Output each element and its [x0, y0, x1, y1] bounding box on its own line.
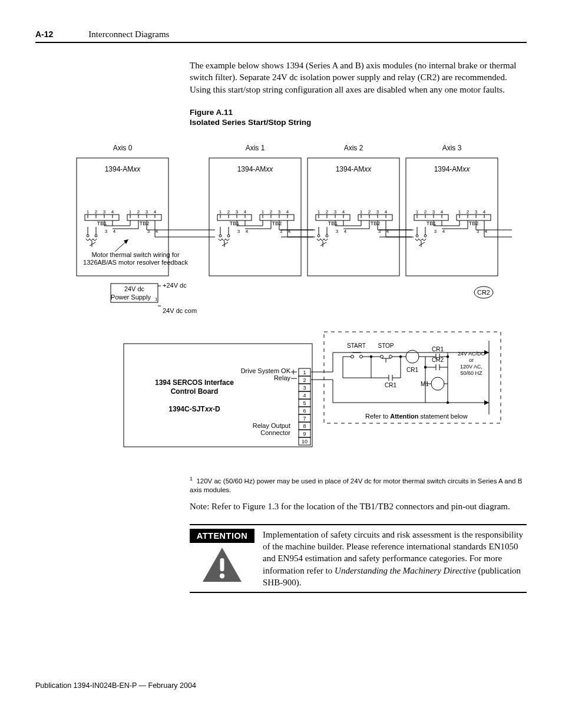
svg-text:8: 8 [303, 423, 306, 429]
svg-text:TB2: TB2 [469, 220, 479, 226]
svg-text:Axis 1: Axis 1 [246, 144, 265, 152]
svg-text:4: 4 [342, 209, 345, 215]
svg-text:Motor thermal switch wiring fo: Motor thermal switch wiring for [91, 251, 179, 258]
svg-text:1394 SERCOS Interface: 1394 SERCOS Interface [155, 378, 234, 387]
note-paragraph: Note: Refer to Figure 1.3 for the locati… [190, 500, 527, 512]
svg-rect-11 [85, 215, 119, 220]
svg-text:3: 3 [432, 209, 435, 215]
svg-text:4: 4 [385, 209, 388, 215]
svg-text:Relay Output: Relay Output [253, 422, 290, 429]
svg-text:4: 4 [156, 229, 158, 234]
figure-diagram: Axis 01394-AMxx1234TB11234TB23434 Axis 1… [35, 137, 527, 470]
svg-text:1: 1 [458, 209, 461, 215]
svg-text:4: 4 [344, 229, 347, 234]
attention-block: ATTENTION Implementation of safety circu… [190, 529, 527, 588]
svg-text:9: 9 [303, 431, 306, 437]
svg-text:3: 3 [475, 209, 478, 215]
svg-text:2: 2 [303, 377, 306, 383]
svg-text:3: 3 [278, 209, 281, 215]
svg-text:TB2: TB2 [371, 220, 381, 226]
svg-text:3: 3 [147, 229, 150, 234]
svg-text:4: 4 [288, 229, 291, 234]
svg-text:TB2: TB2 [140, 220, 150, 226]
svg-point-230 [351, 355, 354, 358]
svg-line-161 [419, 242, 425, 246]
svg-text:CR1: CR1 [385, 382, 396, 388]
footnote: 1 120V ac (50/60 Hz) power may be used i… [190, 476, 527, 495]
svg-text:24V dc: 24V dc [124, 285, 145, 292]
svg-marker-227 [484, 400, 489, 405]
svg-text:3: 3 [237, 229, 240, 234]
svg-text:4: 4 [483, 209, 486, 215]
svg-text:3: 3 [146, 209, 148, 215]
svg-text:4: 4 [303, 393, 306, 398]
svg-text:Control Board: Control Board [171, 387, 219, 396]
attention-text: Implementation of safety circuits and ri… [263, 529, 527, 588]
svg-rect-64 [260, 215, 294, 220]
svg-point-242 [406, 350, 419, 363]
svg-text:1: 1 [129, 209, 132, 215]
warning-icon [201, 546, 243, 583]
svg-text:3: 3 [236, 209, 239, 215]
svg-text:4: 4 [485, 229, 488, 234]
section-title: Interconnect Diagrams [88, 29, 169, 39]
svg-point-285 [220, 574, 224, 578]
svg-rect-150 [457, 215, 491, 220]
attention-rule-top [190, 524, 527, 525]
svg-text:Connector: Connector [260, 429, 290, 436]
svg-rect-140 [414, 215, 448, 220]
svg-text:1394C-SJTxx-D: 1394C-SJTxx-D [168, 405, 220, 413]
svg-text:START: START [347, 342, 366, 349]
svg-text:24V dc com: 24V dc com [163, 307, 197, 314]
svg-text:1: 1 [360, 209, 363, 215]
svg-point-236 [381, 355, 384, 358]
svg-line-32 [90, 242, 95, 246]
svg-text:or: or [469, 357, 474, 363]
svg-text:+24V dc: +24V dc [163, 282, 187, 289]
svg-text:Relay: Relay [274, 374, 291, 381]
svg-text:3: 3 [303, 385, 306, 391]
svg-text:1: 1 [318, 209, 320, 215]
svg-point-231 [360, 355, 363, 358]
svg-text:1394-AMxx: 1394-AMxx [237, 165, 274, 173]
svg-text:1: 1 [155, 297, 158, 302]
svg-text:1394-AMxx: 1394-AMxx [105, 165, 141, 173]
svg-text:7: 7 [303, 416, 306, 421]
svg-text:1394-AMxx: 1394-AMxx [336, 165, 372, 173]
svg-point-158 [416, 235, 418, 237]
svg-text:TB2: TB2 [272, 220, 282, 226]
svg-text:1: 1 [303, 370, 306, 375]
svg-point-237 [389, 355, 392, 358]
svg-text:3: 3 [477, 229, 480, 234]
svg-text:STOP: STOP [378, 342, 394, 349]
svg-text:3: 3 [376, 209, 379, 215]
svg-point-72 [219, 235, 222, 237]
svg-text:3: 3 [105, 229, 108, 234]
svg-point-262 [447, 355, 449, 358]
publication-line: Publication 1394-IN024B-EN-P — February … [35, 681, 527, 690]
svg-text:1: 1 [416, 209, 419, 215]
svg-text:2: 2 [137, 209, 140, 215]
svg-text:4: 4 [386, 229, 389, 234]
svg-rect-54 [217, 215, 252, 220]
svg-point-264 [424, 366, 427, 368]
svg-point-116 [326, 235, 328, 237]
svg-text:4: 4 [244, 209, 247, 215]
svg-text:2: 2 [270, 209, 273, 215]
svg-text:CR1: CR1 [432, 346, 444, 353]
svg-rect-284 [220, 558, 224, 571]
svg-text:2: 2 [326, 209, 329, 215]
svg-text:120V AC,: 120V AC, [460, 364, 482, 370]
svg-point-115 [318, 235, 320, 237]
svg-rect-21 [127, 215, 161, 220]
svg-text:2: 2 [424, 209, 427, 215]
svg-text:4: 4 [111, 209, 114, 215]
svg-text:3: 3 [103, 209, 106, 215]
svg-text:Refer to Attention statement b: Refer to Attention statement below [365, 413, 468, 420]
svg-point-30 [95, 235, 97, 237]
svg-text:4: 4 [113, 229, 116, 234]
svg-text:3: 3 [336, 229, 339, 234]
attention-label: ATTENTION [190, 529, 254, 543]
svg-text:3: 3 [378, 229, 381, 234]
attention-rule-bottom [190, 592, 527, 593]
